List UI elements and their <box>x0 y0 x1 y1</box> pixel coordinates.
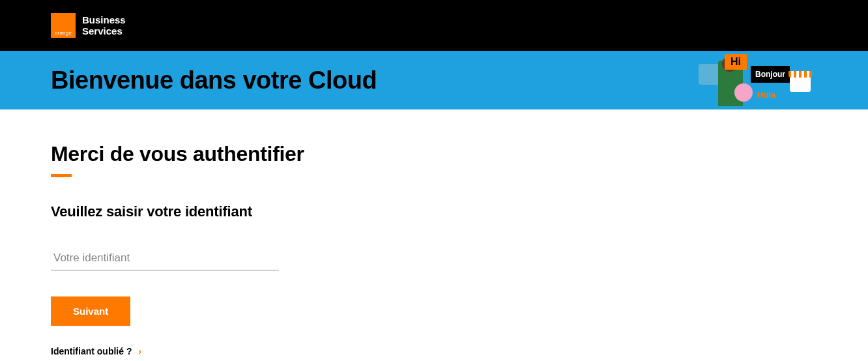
shop-awning-icon <box>788 71 812 78</box>
auth-content: Merci de vous authentifier Veuillez sais… <box>0 109 868 361</box>
brand-logo[interactable]: orange Business Services <box>51 13 126 38</box>
brand-name: Business Services <box>82 14 126 36</box>
brand-name-line1: Business <box>82 14 126 25</box>
next-button[interactable]: Suivant <box>51 296 130 326</box>
forgot-link-text: Identifiant oublié ? <box>51 346 132 356</box>
chevron-right-icon: › <box>138 346 141 356</box>
banner-title: Bienvenue dans votre Cloud <box>51 66 377 94</box>
brand-name-line2: Services <box>82 25 126 36</box>
welcome-banner: Bienvenue dans votre Cloud Hi Bonjour Ho… <box>0 51 868 109</box>
banner-illustration: Hi Bonjour Hola <box>699 54 829 106</box>
orange-logo-text: orange <box>55 30 72 36</box>
bonjour-badge: Bonjour <box>751 66 790 83</box>
hi-badge: Hi <box>725 54 747 70</box>
identifier-input[interactable] <box>51 246 279 270</box>
heading-underline <box>51 174 72 177</box>
auth-sub-heading: Veuillez saisir votre identifiant <box>51 203 817 220</box>
orange-logo-icon: orange <box>51 13 76 38</box>
top-header: orange Business Services <box>0 0 868 51</box>
forgot-identifier-link[interactable]: Identifiant oublié ? › <box>51 346 141 356</box>
hola-text: Hola <box>757 90 775 100</box>
auth-heading: Merci de vous authentifier <box>51 142 817 166</box>
